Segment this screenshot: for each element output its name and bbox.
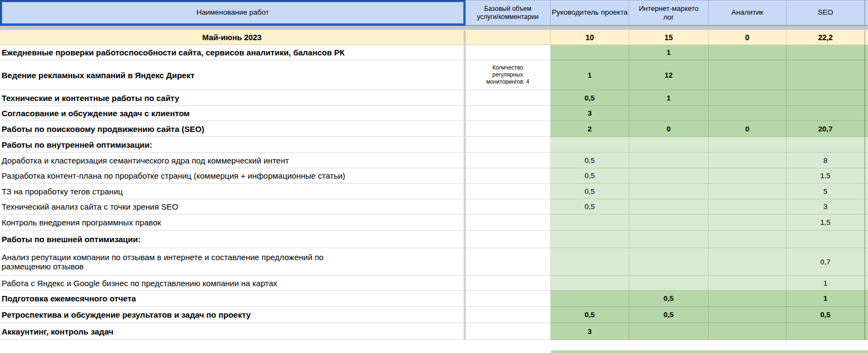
comment-cell[interactable] bbox=[465, 323, 551, 340]
value-cell[interactable] bbox=[709, 307, 787, 323]
task-name-cell[interactable]: Ведение рекламных кампаний в Яндекс Дире… bbox=[0, 60, 465, 90]
value-cell[interactable]: 0 bbox=[629, 121, 709, 137]
value-cell[interactable] bbox=[551, 291, 629, 307]
value-cell[interactable] bbox=[787, 60, 865, 90]
value-cell[interactable]: 22,2 bbox=[787, 30, 865, 45]
value-cell[interactable] bbox=[709, 45, 787, 60]
task-name-cell[interactable]: Технический анализ сайта с точки зрения … bbox=[0, 199, 465, 215]
value-cell[interactable] bbox=[865, 60, 868, 90]
period-label-cell[interactable]: Май-июнь 2023 bbox=[0, 30, 465, 45]
value-cell[interactable] bbox=[865, 215, 868, 231]
value-cell[interactable] bbox=[709, 199, 787, 215]
value-cell[interactable]: 3 bbox=[787, 199, 865, 215]
value-cell[interactable]: 0,5 bbox=[551, 168, 629, 184]
value-cell[interactable] bbox=[865, 106, 868, 121]
task-name-cell[interactable]: Работы по поисковому продвижению сайта (… bbox=[0, 121, 465, 137]
value-cell[interactable] bbox=[865, 137, 868, 153]
value-cell[interactable] bbox=[551, 137, 629, 153]
value-cell[interactable]: 0,5 bbox=[629, 291, 709, 307]
task-name-cell[interactable]: Разработка контент-плана по проработке с… bbox=[0, 168, 465, 184]
value-cell[interactable] bbox=[629, 276, 709, 291]
value-cell[interactable] bbox=[865, 168, 868, 184]
value-cell[interactable] bbox=[551, 276, 629, 291]
task-name-cell[interactable]: Согласование и обсуждение задач с клиент… bbox=[0, 106, 465, 121]
task-name-cell[interactable]: ТЗ на проработку тегов страниц bbox=[0, 184, 465, 199]
value-cell[interactable] bbox=[787, 323, 865, 340]
header-cell-clipped[interactable] bbox=[865, 0, 868, 26]
value-cell[interactable] bbox=[865, 231, 868, 248]
value-cell[interactable] bbox=[709, 90, 787, 106]
comment-cell[interactable] bbox=[465, 276, 551, 291]
value-cell[interactable]: 12 bbox=[629, 60, 709, 90]
value-cell[interactable] bbox=[551, 215, 629, 231]
task-name-cell[interactable]: Работы по внутренней оптимизации: bbox=[0, 137, 465, 153]
value-cell[interactable] bbox=[629, 215, 709, 231]
header-cell-task-name[interactable]: Наименование работ bbox=[0, 0, 465, 26]
task-name-cell[interactable]: Работа с Яндекс и Google бизнес по предс… bbox=[0, 276, 465, 291]
value-cell[interactable]: 0 bbox=[709, 30, 787, 45]
value-cell[interactable] bbox=[709, 323, 787, 340]
comment-cell[interactable] bbox=[465, 199, 551, 215]
value-cell[interactable] bbox=[709, 231, 787, 248]
header-cell-internet-marketer[interactable]: Интернет-маркето лог bbox=[629, 0, 709, 26]
value-cell[interactable]: 0,5 bbox=[551, 184, 629, 199]
task-name-cell[interactable]: Ретроспектива и обсуждение результатов и… bbox=[0, 307, 465, 323]
comment-cell[interactable] bbox=[465, 137, 551, 153]
value-cell[interactable]: 0,7 bbox=[787, 248, 865, 276]
value-cell[interactable]: 8 bbox=[787, 153, 865, 168]
value-cell[interactable]: 10 bbox=[551, 30, 629, 45]
task-name-cell[interactable]: Технические и контентные работы по сайту bbox=[0, 90, 465, 106]
value-cell[interactable]: 0 bbox=[709, 121, 787, 137]
comment-cell[interactable] bbox=[465, 121, 551, 137]
value-cell[interactable]: 1,5 bbox=[787, 215, 865, 231]
value-cell[interactable] bbox=[709, 184, 787, 199]
value-cell[interactable] bbox=[709, 291, 787, 307]
value-cell[interactable] bbox=[629, 137, 709, 153]
value-cell[interactable] bbox=[629, 184, 709, 199]
value-cell[interactable] bbox=[629, 106, 709, 121]
task-name-cell[interactable]: Анализ репутации компании по отзывам в и… bbox=[0, 248, 465, 276]
comment-cell[interactable] bbox=[465, 215, 551, 231]
comment-cell[interactable] bbox=[465, 30, 551, 45]
comment-cell[interactable] bbox=[465, 184, 551, 199]
value-cell[interactable] bbox=[865, 248, 868, 276]
value-cell[interactable] bbox=[865, 30, 868, 45]
value-cell[interactable] bbox=[629, 199, 709, 215]
value-cell[interactable] bbox=[629, 231, 709, 248]
header-cell-base-volume[interactable]: Базовый объем услуги/комментарии bbox=[465, 0, 551, 26]
value-cell[interactable]: 3 bbox=[551, 106, 629, 121]
value-cell[interactable] bbox=[629, 323, 709, 340]
value-cell[interactable] bbox=[709, 153, 787, 168]
value-cell[interactable] bbox=[865, 276, 868, 291]
comment-cell[interactable] bbox=[465, 291, 551, 307]
comment-cell[interactable] bbox=[465, 45, 551, 60]
value-cell[interactable]: 0,5 bbox=[551, 153, 629, 168]
comment-cell[interactable] bbox=[465, 307, 551, 323]
value-cell[interactable] bbox=[865, 323, 868, 340]
value-cell[interactable]: 0,5 bbox=[551, 90, 629, 106]
value-cell[interactable]: 20,7 bbox=[787, 121, 865, 137]
value-cell[interactable]: 2 bbox=[551, 121, 629, 137]
value-cell[interactable] bbox=[865, 184, 868, 199]
value-cell[interactable] bbox=[551, 248, 629, 276]
comment-cell[interactable] bbox=[465, 168, 551, 184]
task-name-cell[interactable]: Подготовка ежемесячного отчета bbox=[0, 291, 465, 307]
value-cell[interactable]: 3 bbox=[551, 323, 629, 340]
comment-cell[interactable] bbox=[465, 248, 551, 276]
value-cell[interactable]: 15 bbox=[629, 30, 709, 45]
value-cell[interactable] bbox=[709, 60, 787, 90]
value-cell[interactable] bbox=[865, 45, 868, 60]
task-name-cell[interactable]: Контроль внедрения программных правок bbox=[0, 215, 465, 231]
header-cell-project-manager[interactable]: Руководитель проекта bbox=[551, 0, 629, 26]
comment-cell[interactable] bbox=[465, 106, 551, 121]
comment-cell[interactable] bbox=[465, 153, 551, 168]
value-cell[interactable] bbox=[709, 215, 787, 231]
task-name-cell[interactable]: Работы по внешней оптимизации: bbox=[0, 231, 465, 248]
value-cell[interactable]: 0,5 bbox=[551, 307, 629, 323]
value-cell[interactable]: 1,5 bbox=[787, 168, 865, 184]
value-cell[interactable] bbox=[709, 168, 787, 184]
comment-cell[interactable] bbox=[465, 90, 551, 106]
value-cell[interactable] bbox=[865, 199, 868, 215]
value-cell[interactable] bbox=[787, 137, 865, 153]
value-cell[interactable] bbox=[787, 231, 865, 248]
